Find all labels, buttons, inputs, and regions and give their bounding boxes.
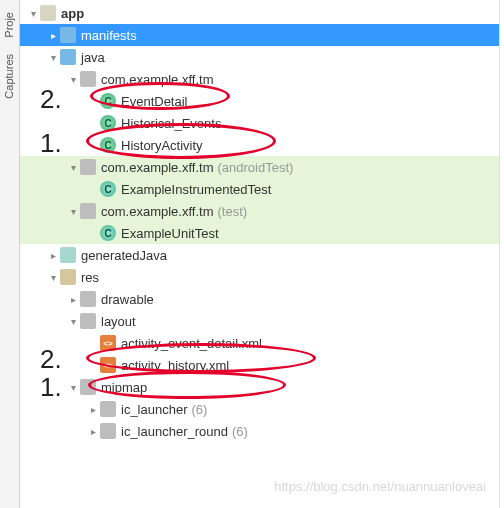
tree-node-app[interactable]: ▾ app [20,2,499,24]
node-label: manifests [81,28,137,43]
class-icon: C [100,225,116,241]
tree-node-java[interactable]: ▾ java [20,46,499,68]
node-label: drawable [101,292,154,307]
folder-icon [100,401,116,417]
tree-node-class-eventdetail[interactable]: ▸ C EventDetail [20,90,499,112]
tree-node-class-historyactivity[interactable]: ▸ C HistoryActivity [20,134,499,156]
module-icon [40,5,56,21]
chevron-right-icon[interactable]: ▸ [66,294,80,305]
folder-icon [60,49,76,65]
node-label: com.example.xff.tm [101,160,213,175]
xml-icon: <> [100,357,116,373]
folder-icon [60,27,76,43]
tree-node-mipmap[interactable]: ▾ mipmap [20,376,499,398]
node-label: mipmap [101,380,147,395]
folder-icon [80,313,96,329]
chevron-down-icon[interactable]: ▾ [66,162,80,173]
folder-icon [80,379,96,395]
folder-icon [100,423,116,439]
chevron-right-icon[interactable]: ▸ [46,30,60,41]
node-label: ic_launcher_round [121,424,228,439]
node-label: ic_launcher [121,402,188,417]
tree-node-layout[interactable]: ▾ layout [20,310,499,332]
tree-node-manifests[interactable]: ▸ manifests [20,24,499,46]
node-label: com.example.xff.tm [101,204,213,219]
package-icon [80,159,96,175]
chevron-down-icon[interactable]: ▾ [66,316,80,327]
tree-node-ic-launcher[interactable]: ▸ ic_launcher (6) [20,398,499,420]
tree-node-xml-eventdetail[interactable]: ▸ <> activity_event_detail.xml [20,332,499,354]
tree-node-xml-history[interactable]: ▸ <> activity_history.xml [20,354,499,376]
class-icon: C [100,93,116,109]
node-suffix: (test) [217,204,247,219]
class-icon: C [100,115,116,131]
class-icon: C [100,137,116,153]
tree-node-generatedjava[interactable]: ▸ generatedJava [20,244,499,266]
tree-node-package-main[interactable]: ▾ com.example.xff.tm [20,68,499,90]
tab-project[interactable]: Proje [0,4,19,46]
node-label: activity_event_detail.xml [121,336,262,351]
node-label: com.example.xff.tm [101,72,213,87]
chevron-right-icon[interactable]: ▸ [46,250,60,261]
chevron-down-icon[interactable]: ▾ [66,382,80,393]
chevron-down-icon[interactable]: ▾ [66,206,80,217]
tree-node-package-androidtest[interactable]: ▾ com.example.xff.tm (androidTest) [20,156,499,178]
project-tree: ▾ app ▸ manifests ▾ java ▾ com.example.x… [20,0,500,508]
node-label: HistoryActivity [121,138,203,153]
node-suffix: (androidTest) [217,160,293,175]
tree-node-package-test[interactable]: ▾ com.example.xff.tm (test) [20,200,499,222]
package-icon [80,203,96,219]
node-label: ExampleUnitTest [121,226,219,241]
tree-node-class-instrtest[interactable]: ▸ C ExampleInstrumentedTest [20,178,499,200]
chevron-right-icon[interactable]: ▸ [86,426,100,437]
node-label: java [81,50,105,65]
node-label: activity_history.xml [121,358,229,373]
chevron-right-icon[interactable]: ▸ [86,404,100,415]
node-label: app [61,6,84,21]
class-icon: C [100,181,116,197]
tree-node-res[interactable]: ▾ res [20,266,499,288]
node-label: res [81,270,99,285]
tree-node-drawable[interactable]: ▸ drawable [20,288,499,310]
xml-icon: <> [100,335,116,351]
tree-node-class-unittest[interactable]: ▸ C ExampleUnitTest [20,222,499,244]
chevron-down-icon[interactable]: ▾ [26,8,40,19]
tree-node-class-historical[interactable]: ▸ C Historical_Events [20,112,499,134]
chevron-down-icon[interactable]: ▾ [66,74,80,85]
node-label: layout [101,314,136,329]
folder-icon [80,291,96,307]
folder-icon [60,269,76,285]
node-label: EventDetail [121,94,187,109]
tool-window-tabs: Proje Captures [0,0,20,508]
node-count: (6) [192,402,208,417]
node-count: (6) [232,424,248,439]
folder-icon [60,247,76,263]
package-icon [80,71,96,87]
chevron-down-icon[interactable]: ▾ [46,272,60,283]
node-label: ExampleInstrumentedTest [121,182,271,197]
tab-captures[interactable]: Captures [0,46,19,107]
node-label: generatedJava [81,248,167,263]
tree-node-ic-launcher-round[interactable]: ▸ ic_launcher_round (6) [20,420,499,442]
node-label: Historical_Events [121,116,221,131]
chevron-down-icon[interactable]: ▾ [46,52,60,63]
